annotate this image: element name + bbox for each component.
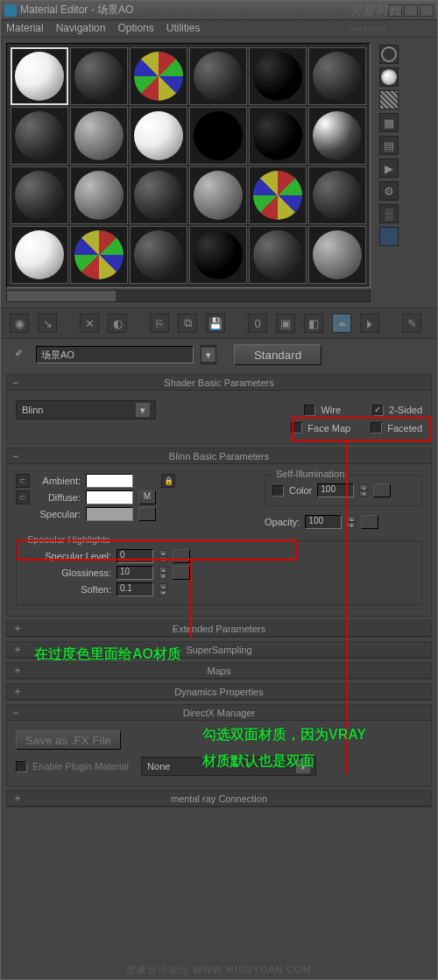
selfillum-color-checkbox[interactable]	[272, 485, 284, 497]
shader-type-combo[interactable]: Blinn▾	[16, 400, 156, 419]
menu-material[interactable]: Material	[6, 22, 44, 35]
specular-swatch[interactable]	[86, 507, 133, 521]
close-button[interactable]	[420, 4, 434, 17]
rollup-head-dynamics[interactable]: ＋Dynamics Properties	[7, 684, 431, 700]
specular-map-button[interactable]	[138, 507, 156, 521]
sample-slot-16[interactable]	[189, 166, 247, 224]
material-id-icon[interactable]: 0	[248, 314, 267, 333]
sample-slot-23[interactable]	[249, 226, 307, 284]
sample-slot-18[interactable]	[308, 166, 366, 224]
collapse-icon: −	[12, 377, 18, 389]
diffuse-map-button[interactable]: M	[138, 490, 156, 504]
backlight-icon[interactable]	[379, 67, 399, 87]
sample-slot-10[interactable]	[189, 107, 247, 165]
selfillum-spinner[interactable]: 100	[317, 483, 354, 497]
sample-slot-21[interactable]	[130, 226, 187, 284]
app-icon	[4, 4, 17, 17]
lock-diffuse-specular-icon[interactable]: ⊂	[16, 490, 30, 504]
glossiness-map-button[interactable]	[173, 566, 190, 580]
sample-slot-4[interactable]	[189, 47, 247, 105]
sample-grid	[6, 43, 371, 288]
select-by-material-icon[interactable]: ▒	[379, 204, 399, 223]
save-fx-button[interactable]: Save as .FX File	[16, 730, 121, 750]
spinner-buttons[interactable]: ▴▾	[359, 484, 368, 497]
sample-slot-19[interactable]	[11, 226, 68, 284]
sample-slot-13[interactable]	[11, 166, 68, 224]
sample-slot-17[interactable]	[249, 166, 307, 224]
make-unique-icon[interactable]: ⧉	[178, 314, 197, 333]
reset-icon[interactable]: ◐	[108, 314, 127, 333]
material-effects-icon[interactable]	[379, 227, 399, 246]
enable-plugin-checkbox[interactable]	[16, 761, 27, 772]
pick-material-icon[interactable]: ✐	[15, 348, 29, 362]
sample-scrollbar-h[interactable]	[6, 290, 371, 302]
maximize-button[interactable]	[404, 4, 418, 17]
two-sided-checkbox[interactable]	[372, 405, 384, 416]
material-type-button[interactable]: Standard	[234, 344, 321, 365]
sample-slot-24[interactable]	[308, 226, 366, 284]
show-in-viewport-icon[interactable]: ▣	[276, 314, 295, 333]
sample-type-icon[interactable]	[379, 45, 399, 64]
go-to-parent-icon[interactable]: ⏶	[332, 314, 351, 333]
rollup-head-mental-ray[interactable]: ＋mental ray Connection	[7, 791, 431, 807]
rollup-head-shader-basic[interactable]: − Shader Basic Parameters	[7, 375, 431, 391]
sample-slot-7[interactable]	[11, 107, 68, 165]
glossiness-spinner[interactable]: 10	[117, 566, 153, 580]
put-to-library-icon[interactable]: 💾	[206, 314, 225, 333]
selfillum-map-button[interactable]	[373, 483, 391, 497]
window-title: Material Editor - 场景AO	[20, 3, 386, 18]
sample-slot-8[interactable]	[70, 107, 128, 165]
sample-slot-22[interactable]	[189, 226, 247, 284]
spinner-buttons[interactable]: ▴▾	[159, 567, 167, 579]
rollup-head-directx[interactable]: −DirectX Manager	[7, 705, 431, 721]
sample-slot-11[interactable]	[249, 107, 307, 165]
sample-slot-6[interactable]	[308, 47, 366, 105]
sample-slot-9[interactable]	[130, 107, 187, 165]
spinner-buttons[interactable]: ▴▾	[347, 516, 356, 528]
make-copy-icon[interactable]: ⎘	[150, 314, 169, 333]
sample-uv-icon[interactable]: ▦	[379, 113, 399, 132]
sample-slot-3[interactable]	[130, 47, 187, 105]
sample-slot-1[interactable]	[11, 47, 68, 105]
sample-slot-2[interactable]	[70, 47, 128, 105]
wire-checkbox[interactable]	[304, 405, 315, 416]
sample-slot-5[interactable]	[249, 47, 307, 105]
opacity-map-button[interactable]	[361, 515, 378, 529]
rollup-head-blinn-basic[interactable]: − Blinn Basic Parameters	[7, 448, 431, 464]
put-to-scene-icon[interactable]: ↘	[38, 314, 57, 333]
preview-icon[interactable]: ▶	[379, 159, 399, 178]
go-forward-icon[interactable]: ⏵	[360, 314, 379, 333]
menu-options[interactable]: Options	[117, 22, 153, 35]
video-check-icon[interactable]: ▤	[379, 136, 399, 155]
show-end-result-icon[interactable]: ◧	[304, 314, 323, 333]
sample-slot-15[interactable]	[130, 166, 187, 224]
options-icon[interactable]: ⚙	[379, 181, 399, 201]
soften-spinner[interactable]: 0.1	[117, 582, 153, 596]
rollup-head-extended[interactable]: ＋Extended Parameters	[7, 621, 431, 637]
material-name-input[interactable]: 场景AO	[36, 346, 194, 363]
ambient-swatch[interactable]	[86, 474, 133, 488]
lock-ambient-icon[interactable]: 🔒	[161, 474, 175, 488]
collapse-icon: −	[12, 450, 18, 462]
spinner-buttons[interactable]: ▴▾	[159, 583, 167, 596]
sample-slot-20[interactable]	[70, 226, 128, 284]
faceted-checkbox[interactable]	[371, 422, 382, 434]
specular-level-map-button[interactable]	[173, 549, 190, 563]
material-name-dropdown[interactable]: ▾	[201, 345, 216, 364]
rollup-head-maps[interactable]: ＋Maps	[7, 663, 431, 679]
sample-slot-12[interactable]	[308, 107, 366, 165]
assign-icon[interactable]: ✕	[80, 314, 99, 333]
background-icon[interactable]	[379, 90, 399, 109]
face-map-checkbox[interactable]	[291, 422, 302, 434]
lock-ambient-diffuse-icon[interactable]: ⊂	[16, 474, 30, 488]
spinner-buttons[interactable]: ▴▾	[159, 550, 167, 562]
specular-level-spinner[interactable]: 0	[117, 549, 153, 563]
diffuse-swatch[interactable]	[86, 490, 133, 504]
get-material-icon[interactable]: ◉	[10, 314, 29, 333]
menu-navigation[interactable]: Navigation	[56, 22, 106, 35]
ambient-label: Ambient:	[35, 476, 81, 486]
menu-utilities[interactable]: Utilities	[166, 22, 201, 35]
pick-from-object-icon[interactable]: ✎	[402, 314, 421, 333]
opacity-spinner[interactable]: 100	[305, 515, 342, 529]
sample-slot-14[interactable]	[70, 166, 128, 224]
